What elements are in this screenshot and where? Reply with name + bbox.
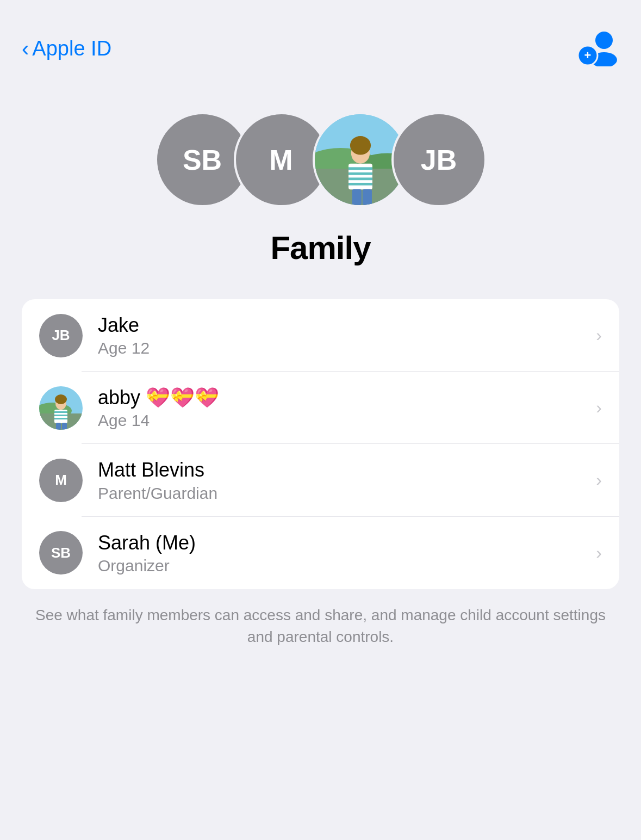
svg-point-21 xyxy=(55,394,67,404)
sarah-avatar: SB xyxy=(39,531,83,575)
svg-rect-24 xyxy=(54,415,67,416)
abby-name: abby 💝💝💝 xyxy=(98,386,596,409)
sarah-info: Sarah (Me) Organizer xyxy=(98,531,596,575)
avatar-group: SB M xyxy=(0,112,641,207)
svg-rect-11 xyxy=(348,167,372,170)
svg-point-0 xyxy=(595,32,613,49)
sarah-name: Sarah (Me) xyxy=(98,531,596,554)
jake-name: Jake xyxy=(98,313,596,337)
svg-rect-23 xyxy=(54,411,67,413)
list-item[interactable]: abby 💝💝💝 Age 14 › xyxy=(22,372,619,444)
svg-rect-26 xyxy=(56,423,61,430)
abby-avatar-photo xyxy=(39,386,83,430)
svg-point-9 xyxy=(350,136,370,155)
matt-chevron-icon: › xyxy=(596,470,602,490)
back-label: Apple ID xyxy=(32,37,111,60)
svg-rect-25 xyxy=(54,418,67,419)
family-list-card: JB Jake Age 12 › abby 💝� xyxy=(22,299,619,589)
svg-rect-13 xyxy=(348,177,372,180)
back-chevron-icon: ‹ xyxy=(22,38,29,59)
back-button[interactable]: ‹ Apple ID xyxy=(22,37,111,60)
jake-info: Jake Age 12 xyxy=(98,313,596,357)
svg-rect-14 xyxy=(348,183,372,186)
page-title: Family xyxy=(0,229,641,267)
sarah-chevron-icon: › xyxy=(596,543,602,563)
abby-info: abby 💝💝💝 Age 14 xyxy=(98,386,596,430)
header: ‹ Apple ID + xyxy=(0,0,641,79)
svg-rect-16 xyxy=(362,189,371,205)
svg-rect-15 xyxy=(352,189,361,205)
list-item[interactable]: SB Sarah (Me) Organizer › xyxy=(22,517,619,589)
list-item[interactable]: JB Jake Age 12 › xyxy=(22,299,619,372)
footer-description: See what family members can access and s… xyxy=(0,589,641,670)
jake-chevron-icon: › xyxy=(596,325,602,345)
matt-role: Parent/Guardian xyxy=(98,484,596,503)
matt-name: Matt Blevins xyxy=(98,458,596,481)
avatar-jb: JB xyxy=(391,112,487,207)
abby-chevron-icon: › xyxy=(596,398,602,418)
add-member-button[interactable]: + xyxy=(576,28,619,69)
svg-rect-27 xyxy=(62,423,67,430)
matt-avatar: M xyxy=(39,459,83,502)
sarah-role: Organizer xyxy=(98,557,596,575)
add-person-icon: + xyxy=(576,28,619,66)
list-item[interactable]: M Matt Blevins Parent/Guardian › xyxy=(22,444,619,516)
svg-text:+: + xyxy=(584,48,592,62)
jake-role: Age 12 xyxy=(98,339,596,357)
svg-rect-12 xyxy=(348,172,372,175)
matt-info: Matt Blevins Parent/Guardian xyxy=(98,458,596,502)
abby-avatar xyxy=(39,386,83,430)
abby-role: Age 14 xyxy=(98,411,596,430)
jake-avatar: JB xyxy=(39,314,83,357)
